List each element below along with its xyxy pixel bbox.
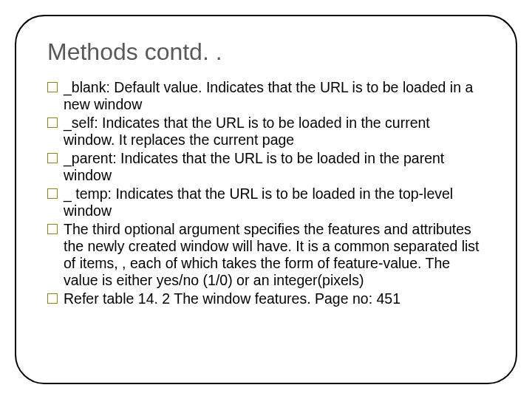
list-item: _self: Indicates that the URL is to be l… xyxy=(47,115,485,149)
list-item: _blank: Default value. Indicates that th… xyxy=(47,79,485,113)
list-item: _ temp: Indicates that the URL is to be … xyxy=(47,185,485,219)
list-item: Refer table 14. 2 The window features. P… xyxy=(47,290,485,307)
list-item: _parent: Indicates that the URL is to be… xyxy=(47,150,485,184)
slide-frame: Methods contd. . _blank: Default value. … xyxy=(15,15,517,384)
list-item: The third optional argument specifies th… xyxy=(47,221,485,289)
slide-title: Methods contd. . xyxy=(47,38,485,66)
bullet-list: _blank: Default value. Indicates that th… xyxy=(47,79,485,307)
